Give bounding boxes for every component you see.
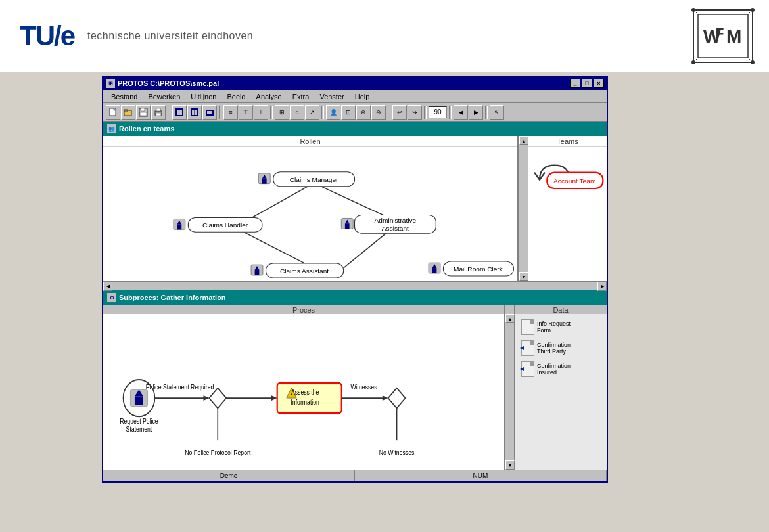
toolbar-btn7[interactable] [202, 105, 217, 120]
insured-label1: Confirmation [537, 363, 571, 369]
toolbar-sep-7 [449, 106, 452, 119]
svg-text:F: F [715, 25, 724, 41]
toolbar-back[interactable]: ↩ [392, 105, 407, 120]
toolbar-align2[interactable]: ⊤ [239, 105, 253, 120]
svg-marker-71 [271, 395, 277, 401]
svg-rect-36 [262, 179, 267, 184]
data-item-insured: Confirmation Insured [517, 359, 604, 380]
toolbar-circle[interactable]: ○ [290, 105, 304, 120]
window-title: PROTOS C:\PROTOS\smc.pal [118, 79, 570, 87]
teams-diagram: Account Team [528, 147, 607, 278]
svg-text:Claims Handler: Claims Handler [202, 222, 248, 229]
svg-rect-22 [156, 113, 161, 116]
minimize-btn[interactable]: _ [570, 79, 580, 88]
menu-venster[interactable]: Venster [314, 91, 349, 102]
maximize-btn[interactable]: □ [582, 79, 592, 88]
zoom-display: 90 [429, 106, 447, 118]
teams-label: Teams [528, 136, 607, 147]
info-form-label2: Form [537, 327, 571, 334]
toolbar-forward[interactable]: ↪ [408, 105, 422, 120]
teams-svg: Account Team [528, 147, 607, 278]
subprocess-title: Subproces: Gather Information [119, 294, 226, 301]
insured-label2: Insured [537, 369, 571, 376]
rollen-header: 👥 Rollen en teams [103, 122, 607, 136]
process-vscroll[interactable]: ▲ ▼ [505, 314, 515, 470]
toolbar-align1[interactable]: ≡ [223, 105, 238, 120]
toolbar-align3[interactable]: ⊥ [254, 105, 268, 120]
svg-text:No Witnesses: No Witnesses [379, 449, 415, 457]
svg-text:M: M [726, 26, 741, 47]
svg-line-11 [693, 58, 698, 62]
tue-logo: TU/e [20, 20, 74, 52]
svg-rect-21 [156, 108, 160, 111]
data-area: Info Request Form Confirmation [515, 314, 607, 470]
toolbar-sep-5 [388, 106, 390, 119]
menu-analyse[interactable]: Analyse [251, 91, 287, 102]
toolbar: ≡ ⊤ ⊥ ⊞ ○ ↗ 👤 ⊡ ⊕ ⊖ ↩ ↪ 90 ◀ ▶ ↖ [103, 103, 607, 122]
toolbar-grid[interactable]: ⊞ [275, 105, 289, 120]
toolbar-zoom-out[interactable]: ⊖ [371, 105, 386, 120]
third-party-label2: Third Party [537, 348, 571, 355]
toolbar-open[interactable] [121, 105, 135, 120]
svg-marker-79 [388, 388, 406, 409]
toolbar-person[interactable]: 👤 [326, 105, 340, 120]
status-bar: Demo NUM [103, 470, 607, 481]
toolbar-zoom-in[interactable]: ⊕ [356, 105, 371, 120]
status-num: NUM [355, 470, 607, 481]
toolbar-cursor[interactable]: ↖ [490, 105, 504, 120]
toolbar-save[interactable] [136, 105, 151, 120]
svg-rect-23 [176, 109, 183, 116]
toolbar-sep-8 [485, 106, 488, 119]
rollen-title: Rollen en teams [119, 125, 174, 133]
toolbar-sep-3 [270, 106, 273, 119]
toolbar-arrow[interactable]: ↗ [305, 105, 319, 120]
svg-text:Account Team: Account Team [553, 177, 595, 185]
scroll-right-btn[interactable]: ▶ [597, 282, 607, 291]
scroll-up-btn[interactable]: ▲ [519, 136, 528, 145]
scroll-left-btn[interactable]: ◀ [103, 282, 112, 291]
toolbar-btn5[interactable] [172, 105, 187, 120]
window-controls: _ □ × [570, 79, 604, 88]
teams-area: Teams Account Team [528, 136, 607, 281]
menu-bar: Bestand Bewerken Uitlijnen Beeld Analyse… [103, 90, 607, 103]
process-scroll-down[interactable]: ▼ [505, 460, 515, 470]
subprocess-header: ⊙ Subproces: Gather Information [103, 290, 607, 305]
third-party-label1: Confirmation [537, 342, 571, 348]
process-scroll-up[interactable]: ▲ [505, 314, 515, 323]
toolbar-next[interactable]: ▶ [469, 105, 483, 120]
menu-extra[interactable]: Extra [287, 91, 315, 102]
menu-uitlijnen[interactable]: Uitlijnen [185, 91, 221, 102]
rollen-diagram: Claims Manager Claims Handler [103, 147, 517, 278]
svg-rect-18 [141, 108, 145, 111]
svg-text:Administrative: Administrative [375, 217, 417, 224]
svg-text:Witnesses: Witnesses [350, 384, 377, 391]
top-panel-vscroll[interactable]: ▲ ▼ [519, 136, 528, 281]
toolbar-sep-1 [168, 106, 170, 119]
toolbar-new[interactable] [106, 105, 120, 120]
svg-rect-57 [432, 268, 437, 273]
close-btn[interactable]: × [594, 79, 604, 88]
svg-rect-26 [206, 110, 213, 115]
toolbar-zoom-fit[interactable]: ⊡ [341, 105, 356, 120]
rollen-svg: Claims Manager Claims Handler [103, 147, 517, 278]
svg-text:Assess the: Assess the [291, 388, 319, 396]
menu-bewerken[interactable]: Bewerken [143, 91, 185, 102]
svg-line-28 [244, 183, 314, 223]
panels-container: 👥 Rollen en teams Rollen [103, 122, 607, 470]
top-section: 👥 Rollen en teams Rollen [103, 122, 607, 290]
toolbar-prev[interactable]: ◀ [454, 105, 468, 120]
svg-marker-77 [383, 395, 388, 401]
svg-rect-16 [124, 110, 128, 111]
toolbar-btn6[interactable] [187, 105, 202, 120]
toolbar-sep-6 [424, 106, 427, 119]
menu-beeld[interactable]: Beeld [221, 91, 250, 102]
top-hscroll[interactable]: ◀ ▶ [103, 281, 607, 290]
bottom-section: ⊙ Subproces: Gather Information Proces D… [103, 290, 607, 470]
menu-bestand[interactable]: Bestand [106, 91, 143, 102]
subprocess-icon: ⊙ [107, 293, 116, 302]
svg-text:Mail Room Clerk: Mail Room Clerk [454, 266, 503, 273]
svg-text:Police Statement Required: Police Statement Required [146, 384, 214, 391]
scroll-down-btn[interactable]: ▼ [519, 272, 528, 281]
menu-help[interactable]: Help [350, 91, 375, 102]
toolbar-print[interactable] [151, 105, 166, 120]
